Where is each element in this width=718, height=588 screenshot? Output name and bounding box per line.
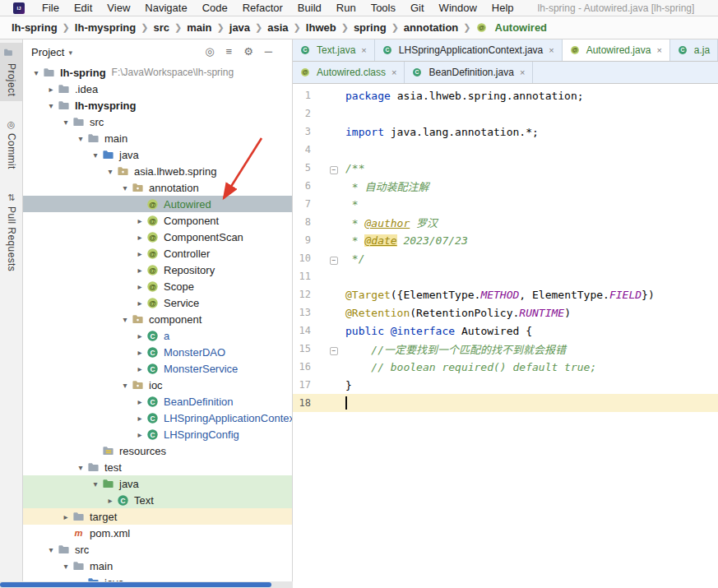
line-number[interactable]: 13: [293, 307, 311, 318]
chevron-down-icon[interactable]: ▾: [118, 183, 132, 192]
settings-icon[interactable]: ⚙: [243, 46, 253, 58]
tree-item-monsterdao[interactable]: ▸CMonsterDAO: [23, 344, 292, 360]
code-line-3[interactable]: 3import java.lang.annotation.*;: [293, 123, 718, 141]
line-number[interactable]: 1: [293, 90, 311, 101]
tool-window-button-commit[interactable]: ◎Commit: [0, 114, 22, 174]
line-number[interactable]: 2: [293, 108, 311, 119]
breadcrumb-item-main[interactable]: main: [187, 21, 211, 34]
menu-item-refactor[interactable]: Refactor: [235, 0, 290, 16]
horizontal-scrollbar[interactable]: [0, 581, 293, 588]
chevron-right-icon[interactable]: ▸: [133, 299, 146, 308]
tree-item-componentscan[interactable]: ▸@ComponentScan: [23, 229, 292, 245]
tool-window-button-pull-requests[interactable]: ⇅Pull Requests: [0, 188, 22, 276]
line-number[interactable]: 6: [293, 180, 311, 192]
scrollbar-thumb[interactable]: [0, 582, 271, 587]
menu-item-view[interactable]: View: [100, 0, 137, 16]
chevron-down-icon[interactable]: ▾: [44, 101, 58, 110]
tree-item-lhspringconfig[interactable]: ▸CLHSpringConfig: [23, 426, 292, 442]
line-number[interactable]: 11: [293, 271, 311, 282]
line-number[interactable]: 12: [293, 289, 311, 300]
breadcrumb-item-lh-myspring[interactable]: lh-myspring: [75, 21, 136, 34]
line-number[interactable]: 10: [293, 252, 311, 264]
tree-item-lh-myspring[interactable]: ▾lh-myspring: [23, 97, 292, 113]
chevron-right-icon[interactable]: ▸: [133, 397, 146, 406]
tree-item-component[interactable]: ▸@Component: [23, 212, 292, 229]
tree-item-scope[interactable]: ▸@Scope: [23, 278, 292, 294]
chevron-down-icon[interactable]: ▾: [59, 118, 72, 127]
breadcrumb-item-asia[interactable]: asia: [267, 21, 288, 34]
chevron-down-icon[interactable]: ▾: [118, 315, 132, 324]
tree-item-src[interactable]: ▾src: [23, 541, 292, 558]
breadcrumb-item-java[interactable]: java: [229, 21, 250, 34]
close-icon[interactable]: ×: [549, 45, 554, 55]
breadcrumb-item-lh-spring[interactable]: lh-spring: [12, 21, 58, 34]
tree-item-beandefinition[interactable]: ▸CBeanDefinition: [23, 393, 292, 410]
breadcrumb-item-spring[interactable]: spring: [354, 21, 387, 34]
code-line-14[interactable]: 14public @interface Autowired {: [293, 322, 718, 340]
tree-item-component[interactable]: ▾component: [23, 311, 292, 327]
project-panel-title[interactable]: Project: [31, 46, 64, 58]
line-number[interactable]: 9: [293, 234, 311, 246]
tree-item-ioc[interactable]: ▾ioc: [23, 377, 292, 393]
tab-a-ja[interactable]: Ca.ja: [670, 39, 718, 61]
chevron-right-icon[interactable]: ▸: [104, 496, 117, 505]
tree-item-service[interactable]: ▸@Service: [23, 294, 292, 311]
code-line-10[interactable]: 10− */: [293, 249, 718, 267]
chevron-right-icon[interactable]: ▸: [59, 512, 72, 521]
close-icon[interactable]: ×: [520, 67, 525, 77]
chevron-down-icon[interactable]: ▾: [30, 68, 43, 77]
tree-item-test[interactable]: ▾test: [23, 459, 292, 475]
code-line-15[interactable]: 15− //一定要找到一个匹配的找不到就会报错: [293, 340, 718, 358]
breadcrumb-item-annotation[interactable]: annotation: [404, 21, 458, 34]
menu-item-edit[interactable]: Edit: [67, 0, 100, 16]
code-line-8[interactable]: 8 * @author 罗汉: [293, 213, 718, 231]
code-line-17[interactable]: 17}: [293, 376, 718, 394]
chevron-right-icon[interactable]: ▸: [133, 348, 146, 357]
tool-window-button-project[interactable]: Project: [0, 43, 22, 101]
tab-beandefinition-java[interactable]: CBeanDefinition.java×: [405, 62, 533, 83]
line-number[interactable]: 4: [293, 144, 311, 155]
breadcrumb-item-src[interactable]: src: [153, 21, 169, 34]
tab-autowired-java[interactable]: @Autowired.java×: [563, 39, 670, 61]
chevron-down-icon[interactable]: ▾: [59, 562, 72, 571]
menu-item-window[interactable]: Window: [432, 0, 484, 16]
fold-icon[interactable]: −: [330, 347, 338, 355]
chevron-down-icon[interactable]: ▾: [74, 134, 87, 143]
chevron-down-icon[interactable]: ▾: [68, 49, 72, 57]
line-number[interactable]: 5: [293, 162, 311, 174]
chevron-down-icon[interactable]: ▾: [89, 479, 102, 488]
chevron-down-icon[interactable]: ▾: [74, 463, 87, 472]
tree-item-pom-xml[interactable]: mpom.xml: [23, 525, 292, 541]
code-editor[interactable]: 1package asia.lhweb.spring.annotation;23…: [293, 85, 718, 588]
chevron-right-icon[interactable]: ▸: [133, 233, 146, 242]
menu-item-tools[interactable]: Tools: [364, 0, 403, 16]
code-line-2[interactable]: 2: [293, 104, 718, 123]
tree-item-repository[interactable]: ▸@Repository: [23, 262, 292, 278]
tree-item-java[interactable]: ▾java: [23, 146, 292, 163]
tree-item-autowired[interactable]: @Autowired: [23, 196, 292, 212]
code-line-4[interactable]: 4: [293, 141, 718, 159]
code-line-5[interactable]: 5−/**: [293, 159, 718, 177]
tree-item-asia-lhweb-spring[interactable]: ▾asia.lhweb.spring: [23, 163, 292, 179]
code-line-11[interactable]: 11: [293, 267, 718, 285]
chevron-right-icon[interactable]: ▸: [133, 414, 146, 423]
code-line-18[interactable]: 18: [293, 394, 718, 412]
chevron-down-icon[interactable]: ▾: [118, 381, 132, 390]
tab-lhspringapplicationcontext-java[interactable]: CLHSpringApplicationContext.java×: [375, 39, 563, 61]
code-line-7[interactable]: 7 *: [293, 195, 718, 213]
menu-item-build[interactable]: Build: [290, 0, 329, 16]
code-line-16[interactable]: 16 // boolean required() default true;: [293, 358, 718, 376]
line-number[interactable]: 8: [293, 216, 311, 228]
tree-item-main[interactable]: ▾main: [23, 558, 292, 574]
tree-item-annotation[interactable]: ▾annotation: [23, 179, 292, 196]
tree-item-monsterservice[interactable]: ▸CMonsterService: [23, 360, 292, 377]
tree-item-a[interactable]: ▸Ca: [23, 327, 292, 344]
line-number[interactable]: 3: [293, 126, 311, 137]
tab-autowired-class[interactable]: @Autowired.class×: [293, 62, 405, 83]
tree-item-lh-spring[interactable]: ▾lh-springF:\JavaWorkspace\lh-spring: [23, 64, 292, 81]
close-icon[interactable]: ×: [656, 45, 661, 55]
collapse-all-icon[interactable]: ≡: [226, 46, 233, 58]
line-number[interactable]: 18: [293, 397, 311, 409]
locate-icon[interactable]: ◎: [205, 46, 214, 58]
line-number[interactable]: 15: [293, 343, 311, 354]
